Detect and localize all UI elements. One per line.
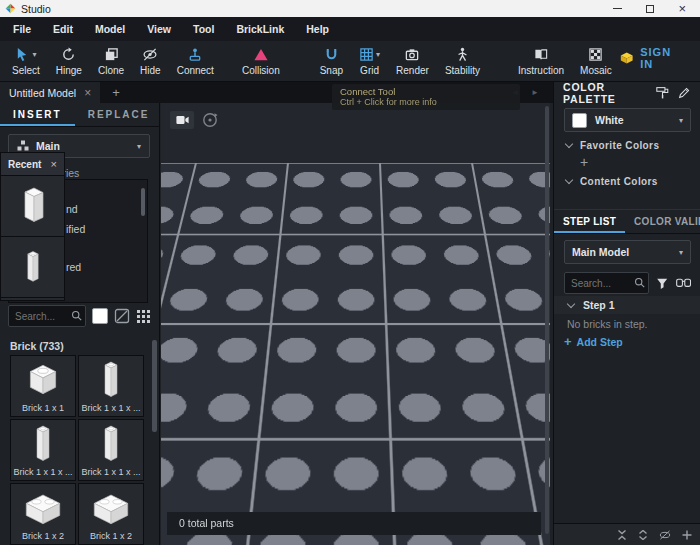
viewport-3d[interactable]: 0 total parts [161, 103, 550, 545]
camera-icon [404, 47, 420, 62]
category-option[interactable]: red [66, 261, 81, 273]
tab-scroll-right-icon[interactable]: ► [531, 88, 539, 97]
favorite-colors-section[interactable]: Favorite Colors [554, 140, 700, 151]
close-icon[interactable]: × [51, 158, 57, 170]
render-tool-button[interactable]: Render [388, 46, 437, 76]
chevron-down-icon: ▾ [137, 142, 141, 151]
camera-view-button[interactable] [170, 111, 194, 129]
instruction-tool-button[interactable]: Instruction [510, 46, 572, 76]
brick-icon [620, 51, 633, 66]
paint-roller-icon[interactable] [656, 86, 669, 99]
add-step-button[interactable]: + Add Step [564, 334, 623, 349]
filter-icon[interactable] [656, 277, 668, 290]
menu-help[interactable]: Help [295, 23, 340, 35]
chevron-down-icon: ▾ [32, 50, 36, 59]
book-icon [533, 47, 549, 62]
color-swatch-button[interactable] [92, 308, 108, 324]
eye-slash-icon[interactable] [659, 530, 671, 540]
part-card[interactable]: Brick 1 x 2 [78, 483, 144, 545]
orbit-icon [201, 111, 219, 129]
tab-color-validator[interactable]: COLOR VALIDATOR [625, 210, 700, 233]
recent-popup-title: Recent [8, 159, 41, 170]
grid-view-button[interactable] [136, 309, 151, 324]
grid-tool-button[interactable]: ▾ Grid [351, 46, 388, 76]
mosaic-tool-button[interactable]: Mosaic [572, 46, 620, 76]
part-card[interactable]: Brick 1 x 1 x ... [78, 419, 144, 481]
content-colors-section[interactable]: Content Colors [554, 176, 700, 187]
category-option[interactable]: nd [66, 203, 78, 215]
part-card[interactable]: Brick 1 x 1 [10, 355, 76, 417]
orbit-reset-button[interactable] [201, 111, 219, 129]
collapse-all-icon[interactable] [617, 530, 627, 540]
chevron-down-icon: ▾ [679, 116, 683, 125]
palette-icon [17, 140, 29, 152]
expand-all-icon[interactable] [638, 530, 648, 540]
menu-bricklink[interactable]: BrickLink [225, 23, 295, 35]
color-palette-header: COLOR PALETTE [563, 81, 648, 105]
recent-parts-popup: Recent × [0, 152, 65, 301]
person-icon [455, 47, 470, 62]
chevron-down-icon [565, 140, 573, 148]
close-button[interactable]: × [678, 4, 686, 14]
snap-icon [324, 47, 339, 62]
menu-view[interactable]: View [136, 23, 182, 35]
part-card[interactable]: Brick 1 x 1 x ... [78, 355, 144, 417]
brick-1x2-thumbnail [17, 484, 69, 531]
right-panel: COLOR PALETTE White ▾ Favorite Colors + … [553, 82, 700, 545]
minimize-button[interactable] [613, 8, 622, 9]
chevron-down-icon: ▾ [679, 248, 683, 257]
menu-file[interactable]: File [2, 23, 42, 35]
brick-1x1-tall-thumbnail [20, 244, 46, 290]
pencil-icon[interactable] [678, 86, 691, 99]
clone-tool-button[interactable]: Clone [90, 46, 132, 76]
search-icon [71, 310, 82, 321]
hide-tool-button[interactable]: Hide [132, 46, 169, 76]
glasses-icon[interactable] [676, 277, 691, 289]
hinge-tool-button[interactable]: Hinge [48, 46, 90, 76]
snap-tool-button[interactable]: Snap [312, 46, 351, 76]
menu-tool[interactable]: Tool [182, 23, 225, 35]
parts-list-scrollbar[interactable] [152, 340, 157, 432]
tab-replace[interactable]: REPLACE [75, 103, 160, 126]
recent-part-item[interactable] [1, 176, 64, 237]
recent-part-item[interactable] [1, 237, 64, 298]
maximize-button[interactable] [646, 5, 654, 13]
chevron-down-icon [565, 176, 573, 184]
plus-icon[interactable] [682, 530, 692, 540]
parts-section-title: Brick (733) [10, 340, 64, 352]
video-camera-icon [176, 115, 189, 125]
tab-step-list[interactable]: STEP LIST [554, 210, 625, 233]
panel-thumbnail [13, 184, 53, 228]
color-select-dropdown[interactable]: White ▾ [564, 108, 691, 132]
part-card[interactable]: Brick 1 x 2 [10, 483, 76, 545]
connect-tool-button[interactable]: Connect [169, 46, 222, 76]
part-card[interactable]: Brick 1 x 1 x ... [10, 419, 76, 481]
step-empty-message: No bricks in step. [567, 318, 648, 330]
tab-untitled-model[interactable]: Untitled Model × [0, 82, 100, 103]
new-tab-button[interactable]: + [100, 85, 132, 100]
select-tool-button[interactable]: ▾ Select [4, 46, 48, 76]
category-option[interactable]: ified [66, 223, 85, 235]
panel-footer-toolbar [554, 523, 700, 545]
category-list-scrollbar[interactable] [141, 188, 145, 216]
no-color-button[interactable] [114, 308, 130, 324]
parts-count-status: 0 total parts [167, 512, 541, 535]
plus-icon: + [564, 334, 572, 349]
brick-1x1-thumbnail [22, 356, 64, 403]
title-bar: Studio × [0, 0, 700, 17]
step-1-row[interactable]: Step 1 [554, 296, 700, 314]
viewport-scrollbar[interactable] [545, 106, 549, 534]
menu-edit[interactable]: Edit [42, 23, 84, 35]
sign-in-button[interactable]: SIGN IN [620, 46, 681, 70]
tab-insert[interactable]: INSERT [0, 103, 75, 126]
menu-bar: File Edit Model View Tool BrickLink Help [0, 17, 700, 41]
baseplate [161, 163, 550, 545]
collision-triangle-icon [253, 47, 269, 62]
collision-tool-button[interactable]: Collision [234, 46, 288, 76]
stability-tool-button[interactable]: Stability [437, 46, 488, 76]
tab-close-icon[interactable]: × [84, 88, 91, 98]
add-favorite-color-button[interactable]: + [580, 154, 588, 170]
model-select-dropdown[interactable]: Main Model ▾ [564, 240, 691, 264]
menu-model[interactable]: Model [84, 23, 136, 35]
search-icon [634, 277, 645, 288]
